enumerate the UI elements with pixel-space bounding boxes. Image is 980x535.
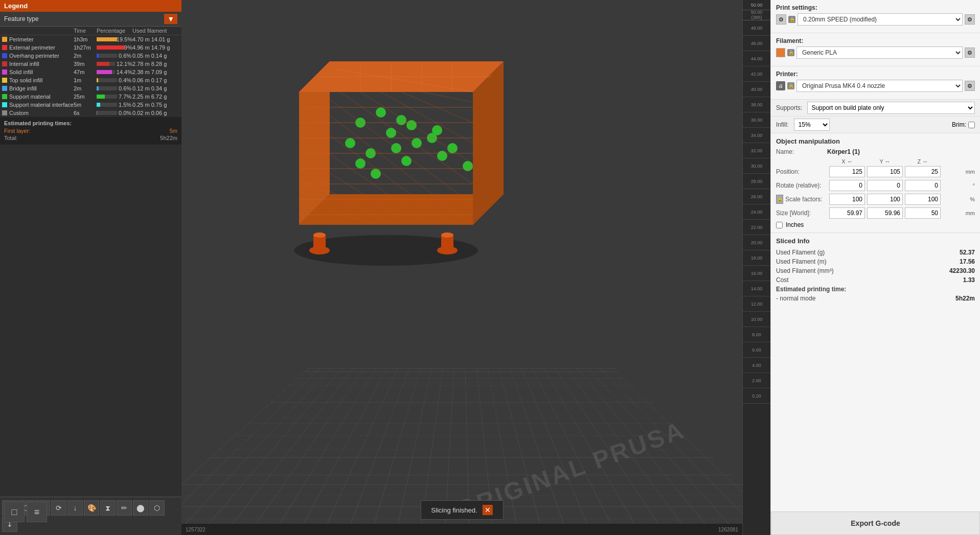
ruler-mark: 0.20 (743, 388, 770, 404)
feature-bar (97, 103, 117, 107)
ruler-mark: 2.00 (743, 373, 770, 388)
filament-config-icon[interactable]: ⚙ (965, 48, 975, 58)
feature-dropdown-btn[interactable]: ▼ (164, 14, 177, 24)
sliced-row-label: Used Filament (mm³) (776, 267, 834, 274)
stats-row[interactable]: Perimeter 1h3m 19.5% 4.70 m 14.01 g (0, 35, 181, 43)
print-settings-select[interactable]: 0.20mm SPEED (modified) (797, 13, 963, 26)
brim-row: Brim: (952, 121, 975, 128)
print-settings-row: ⚙ 🔒 0.20mm SPEED (modified) ⚙ (776, 13, 975, 26)
ruler-mark: 28.00 (743, 174, 770, 189)
scale-x-input[interactable] (829, 194, 865, 205)
view-3d-btn[interactable]: □ (4, 502, 25, 522)
stats-row[interactable]: Support material 25m 7.7% 2.25 m 6.72 g (0, 92, 181, 101)
feature-color-dot (2, 69, 7, 75)
scale-unit: % (970, 196, 975, 202)
sliced-row-label: Estimated printing time: (776, 286, 846, 293)
feature-time: 6s (74, 110, 97, 116)
tool-rotate[interactable]: ⟳ (51, 500, 66, 516)
rotate-label: Rotate (relative): (776, 182, 827, 189)
feature-label: Solid infill (2, 69, 74, 75)
svg-line-48 (422, 92, 473, 102)
stats-row[interactable]: Bridge infill 2m 0.6% 0.12 m 0.34 g (0, 84, 181, 92)
size-y-input[interactable] (867, 207, 903, 219)
inches-label: Inches (786, 221, 804, 228)
size-x-input[interactable] (829, 207, 865, 219)
printer-select[interactable]: Original Prusa MK4 0.4 nozzle (796, 80, 963, 92)
printer-config-icon[interactable]: ⚙ (965, 81, 975, 91)
feature-name: Solid infill (9, 69, 33, 75)
scale-lock-btn[interactable]: 🔒 (776, 195, 783, 204)
stats-row[interactable]: Support material interface 5m 1.5% 0.25 … (0, 101, 181, 109)
tool-color[interactable]: 🎨 (84, 500, 99, 516)
position-z-input[interactable] (905, 166, 941, 177)
scale-row: 🔒 Scale factors: % (776, 194, 975, 205)
stats-table: Time Percentage Used filament Perimeter … (0, 27, 181, 117)
size-z-input[interactable] (905, 207, 941, 219)
rotate-x-input[interactable] (829, 180, 865, 191)
filament-row: 🔒 Generic PLA ⚙ (776, 46, 975, 59)
filament-color-swatch[interactable] (776, 48, 785, 57)
scale-z-input[interactable] (905, 194, 941, 205)
size-label: Size [World]: (776, 210, 827, 217)
stats-row[interactable]: Custom 6s 0.0% 0.02 m 0.06 g (0, 109, 181, 117)
rotate-z-input[interactable] (905, 180, 941, 191)
view-layers-btn[interactable]: ≡ (27, 502, 47, 522)
stats-row[interactable]: External perimeter 1h27m 26.9% 4.96 m 14… (0, 43, 181, 52)
infill-select[interactable]: 15% (794, 119, 830, 131)
sliced-row-value: 5h22m (955, 295, 975, 302)
stats-row[interactable]: Top solid infill 1m 0.4% 0.06 m 0.17 g (0, 76, 181, 84)
feature-bar-fill (97, 95, 105, 99)
feature-label: External perimeter (2, 44, 74, 51)
tool-timer[interactable]: ⧗ (100, 500, 116, 516)
printer-icon: 🖨 (776, 81, 785, 90)
feature-pct-cell: 7.7% (97, 94, 132, 100)
feature-name: External perimeter (9, 44, 55, 51)
stats-header: Time Percentage Used filament (0, 27, 181, 35)
print-settings-config-icon[interactable]: ⚙ (965, 14, 975, 25)
stats-row[interactable]: Overhang perimeter 2m 0.6% 0.05 m 0.14 g (0, 52, 181, 60)
feature-bar-fill (97, 62, 109, 66)
feature-type-bar[interactable]: Feature type ▼ (0, 12, 181, 27)
rotate-y-input[interactable] (867, 180, 903, 191)
right-panel: Print settings: ⚙ 🔒 0.20mm SPEED (modifi… (770, 0, 980, 535)
col-time: Time (74, 28, 97, 34)
feature-bar-fill (97, 86, 99, 90)
tool-cube[interactable]: ⬡ (149, 500, 165, 516)
first-layer-time: 5m (170, 128, 177, 134)
toast-close-btn[interactable]: ✕ (483, 505, 493, 515)
feature-name: Custom (9, 110, 29, 116)
feature-time: 39m (74, 61, 97, 67)
legend-header: Legend (0, 0, 181, 12)
feature-pct: 0.6% (119, 53, 131, 59)
stats-row[interactable]: Internal infill 39m 12.1% 2.78 m 8.28 g (0, 60, 181, 68)
position-x-input[interactable] (829, 166, 865, 177)
feature-name: Perimeter (9, 36, 34, 42)
col-feature (2, 28, 74, 34)
stats-row[interactable]: Solid infill 47m 14.4% 2.38 m 7.09 g (0, 68, 181, 76)
svg-point-3 (313, 232, 326, 238)
position-y-input[interactable] (867, 166, 903, 177)
tool-down[interactable]: ↓ (67, 500, 83, 516)
ruler-mark: 34.00 (743, 128, 770, 143)
left-panel: Legend Feature type ▼ Time Percentage Us… (0, 0, 181, 535)
feature-pct-cell: 0.4% (97, 77, 132, 83)
scale-y-input[interactable] (867, 194, 903, 205)
print-settings-gear-icon[interactable]: ⚙ (776, 14, 786, 25)
tool-circle[interactable]: ⬤ (133, 500, 148, 516)
feature-bar (97, 37, 115, 41)
feature-pct: 0.4% (119, 77, 131, 83)
feature-color-dot (2, 45, 7, 50)
inches-checkbox[interactable] (776, 222, 783, 228)
export-gcode-btn[interactable]: Export G-code (771, 511, 980, 535)
ruler-mark: 6.00 (743, 342, 770, 358)
3d-model (258, 31, 514, 276)
supports-select[interactable]: Support on build plate only (807, 102, 975, 114)
svg-point-30 (371, 169, 381, 179)
tool-edit[interactable]: ✏ (117, 500, 132, 516)
ruler-mark: 44.00 (743, 51, 770, 66)
filament-select[interactable]: Generic PLA (796, 46, 963, 59)
ruler-mark: 20.00 (743, 235, 770, 250)
ruler-mark: 4.00 (743, 358, 770, 373)
svg-point-24 (412, 138, 422, 148)
brim-checkbox[interactable] (968, 122, 975, 128)
